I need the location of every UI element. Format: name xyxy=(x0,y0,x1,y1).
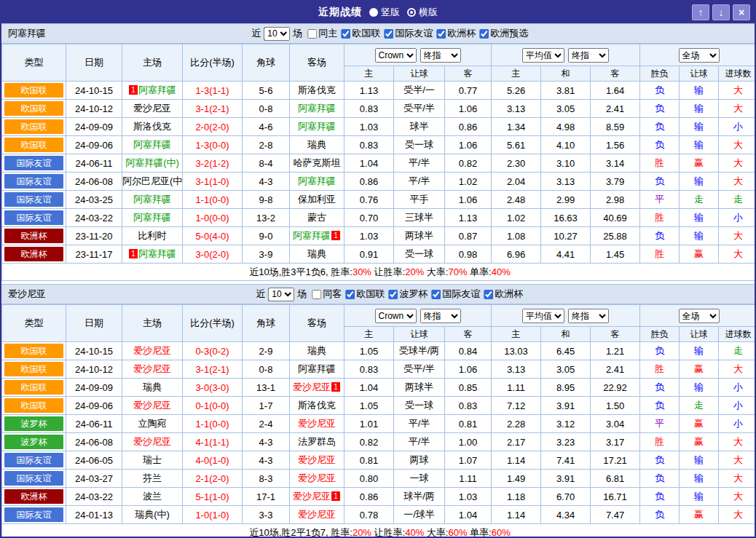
close-button[interactable]: × xyxy=(733,4,750,20)
euro-company-select[interactable]: 平均值 xyxy=(522,48,564,63)
score-cell: 1-3(0-0) xyxy=(183,136,243,154)
result-goals-cell: 大 xyxy=(719,173,756,191)
league-checkbox-2[interactable]: 国际友谊 xyxy=(431,288,480,301)
euro-home-odds-cell: 7.12 xyxy=(492,397,541,415)
euro-company-select[interactable]: 平均值 xyxy=(522,309,564,323)
home-team-cell: 阿塞拜疆 xyxy=(122,209,183,227)
corner-cell: 1-7 xyxy=(243,397,290,415)
euro-draw-odds-cell: 3.81 xyxy=(541,82,591,100)
team-name: 爱沙尼亚 xyxy=(293,491,331,502)
league-checkbox-input[interactable] xyxy=(384,29,393,39)
same-venue-checkbox[interactable]: 同主 xyxy=(307,27,337,40)
asia-time-select[interactable]: 终指 xyxy=(420,309,461,323)
subcol-asia-away: 客 xyxy=(445,327,492,342)
date-cell: 23-11-20 xyxy=(66,227,122,245)
league-checkbox-1[interactable]: 波罗杯 xyxy=(388,288,428,301)
scope-select[interactable]: 全场 xyxy=(679,309,720,323)
match-type-badge: 国际友谊 xyxy=(4,174,63,189)
match-type-badge: 欧国联 xyxy=(4,101,63,116)
match-type-badge: 欧国联 xyxy=(4,119,63,134)
filter-bar: 近 10 场 同主 欧国联 国际友谊 欧洲杯 xyxy=(250,27,528,41)
horizontal-layout-radio[interactable]: 横版 xyxy=(407,6,438,19)
result-winloss-cell: 胜 xyxy=(640,154,680,173)
result-handicap-cell: 赢 xyxy=(680,433,719,451)
league-checkbox-input[interactable] xyxy=(388,290,398,299)
euro-home-odds-cell: 2.17 xyxy=(492,433,541,451)
home-team-cell: 瑞士 xyxy=(122,451,183,470)
corner-cell: 4-3 xyxy=(243,451,290,470)
home-team-cell: 波兰 xyxy=(122,488,183,506)
euro-time-select[interactable]: 终指 xyxy=(568,309,609,323)
away-team-cell: 保加利亚 xyxy=(290,191,344,209)
move-down-button[interactable]: ↓ xyxy=(712,4,730,20)
subcol-winloss: 胜负 xyxy=(640,66,680,82)
match-type-badge: 国际友谊 xyxy=(4,507,63,522)
games-count-select[interactable]: 10 xyxy=(268,288,294,301)
euro-time-select[interactable]: 终指 xyxy=(568,48,609,63)
team-name: 爱沙尼亚 xyxy=(133,400,171,411)
up-arrow-icon: ↑ xyxy=(698,7,704,18)
move-up-button[interactable]: ↑ xyxy=(692,4,709,20)
result-winloss-cell: 负 xyxy=(640,470,680,488)
score-cell: 0-3(0-2) xyxy=(183,342,243,360)
league-checkbox-input[interactable] xyxy=(479,29,489,39)
col-header-away: 客场 xyxy=(290,305,344,342)
vertical-layout-radio[interactable]: 竖版 xyxy=(369,6,400,19)
team-name: 斯洛伐克 xyxy=(298,84,336,95)
league-checkbox-input[interactable] xyxy=(431,290,441,299)
col-header-date: 日期 xyxy=(66,44,122,82)
match-type-badge: 欧国联 xyxy=(4,344,63,358)
summary-text: 近10场,胜2平1负7, 胜率:20% 让胜率:40% 大率:60% 单率:60… xyxy=(2,524,756,538)
summary-segment: 让胜率: xyxy=(371,527,405,538)
league-checkbox-0[interactable]: 欧国联 xyxy=(345,288,385,301)
euro-home-odds-cell: 1.08 xyxy=(492,227,541,245)
euro-draw-odds-cell: 3.13 xyxy=(541,173,591,191)
handicap-cell: 平/半 xyxy=(394,173,445,191)
away-team-cell: 瑞典 xyxy=(290,136,344,154)
match-type-cell: 欧国联 xyxy=(2,118,66,136)
result-winloss-cell: 负 xyxy=(640,451,680,470)
same-venue-checkbox[interactable]: 同客 xyxy=(312,288,342,301)
match-type-cell: 国际友谊 xyxy=(2,173,66,191)
summary-segment: 30% xyxy=(353,266,371,277)
euro-away-odds-cell: 1.50 xyxy=(591,397,640,415)
asia-home-odds-cell: 1.01 xyxy=(344,415,394,433)
euro-home-odds-cell: 1.02 xyxy=(492,209,541,227)
euro-home-odds-cell: 1.49 xyxy=(492,470,541,488)
team-name: 比利时 xyxy=(138,230,167,241)
same-venue-checkbox-input[interactable] xyxy=(307,29,317,39)
euro-draw-odds-cell: 10.27 xyxy=(541,227,591,245)
league-checkbox-input[interactable] xyxy=(484,290,493,299)
same-venue-checkbox-input[interactable] xyxy=(312,290,321,299)
summary-segment: 让胜率: xyxy=(371,266,405,277)
league-checkbox-3[interactable]: 欧洲杯 xyxy=(484,288,523,301)
euro-away-odds-cell: 2.41 xyxy=(591,100,640,118)
subcol-asia-home: 主 xyxy=(344,327,394,342)
scope-select[interactable]: 全场 xyxy=(679,48,720,63)
league-checkbox-input[interactable] xyxy=(345,290,355,299)
asia-company-select[interactable]: Crown xyxy=(375,309,417,323)
asia-company-select[interactable]: Crown xyxy=(375,48,417,63)
match-type-badge: 波罗杯 xyxy=(4,435,63,449)
league-checkbox-3[interactable]: 欧洲预选 xyxy=(479,27,528,40)
team-name: 瑞典(中) xyxy=(135,509,170,520)
league-checkbox-2[interactable]: 欧洲杯 xyxy=(436,27,476,40)
match-type-cell: 波罗杯 xyxy=(2,433,66,451)
match-type-cell: 国际友谊 xyxy=(2,506,66,524)
league-checkbox-0[interactable]: 欧国联 xyxy=(341,27,380,40)
match-type-cell: 欧洲杯 xyxy=(2,227,66,245)
asia-away-odds-cell: 1.06 xyxy=(445,360,492,379)
league-checkbox-input[interactable] xyxy=(341,29,350,39)
asia-time-select[interactable]: 终指 xyxy=(420,48,461,63)
result-winloss-cell: 负 xyxy=(640,118,680,136)
games-count-select[interactable]: 10 xyxy=(264,27,290,41)
score-cell: 1-3(1-1) xyxy=(183,82,243,100)
league-checkbox-input[interactable] xyxy=(436,29,446,39)
league-checkbox-1[interactable]: 国际友谊 xyxy=(384,27,433,40)
asia-home-odds-cell: 1.03 xyxy=(344,118,394,136)
euro-home-odds-cell: 1.11 xyxy=(492,379,541,397)
date-cell: 24-03-25 xyxy=(66,191,122,209)
handicap-cell: 两球半 xyxy=(394,227,445,245)
euro-draw-odds-cell: 3.05 xyxy=(541,100,591,118)
match-type-badge: 波罗杯 xyxy=(4,416,63,431)
